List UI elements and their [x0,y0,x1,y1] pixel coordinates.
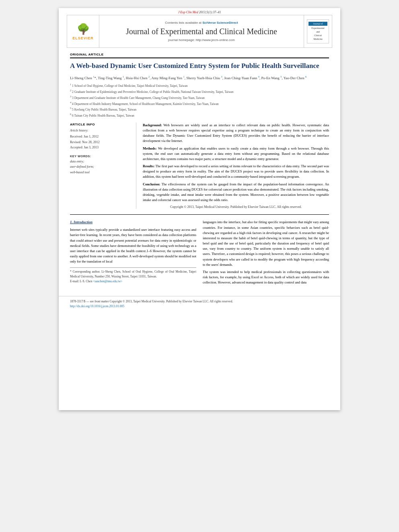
article-content: ORIGINAL ARTICLE A Web-based Dynamic Use… [59,48,340,292]
abstract-results: Results: The first part was developed to… [143,164,329,180]
article-history-label: Article history: [70,129,132,132]
background-text: Web browsers are widely used as an inter… [143,123,329,143]
page-footer: 1878-3317/$ — see front matter Copyright… [59,296,340,310]
keywords-list: data entry; user-defined form; web-based… [70,159,132,175]
journal-small-logo: Journal of ExperimentalandClinicalMedici… [307,19,329,43]
footer-doi[interactable]: http://dx.doi.org/10.1016/j.jecm.2013.01… [70,304,329,308]
tree-icon: 🌳 [77,23,90,35]
methods-text: We developed an application that enables… [143,146,329,161]
article-info-column: ARTICLE INFO Article history: Received: … [70,123,136,209]
accepted-date: Accepted: Jan 3, 2013 [70,145,132,150]
affiliation-6: 6 6 Tainan City Public Health Bureau, Ta… [70,112,329,118]
journal-title-banner: Journal of Experimental and Clinical Med… [126,26,277,37]
intro-heading: 1. Introduction [70,220,196,225]
small-logo-text: ExperimentalandClinicalMedicine [311,27,324,41]
footnote-area: * Corresponding author. Li-Sheng Chen, S… [70,267,196,284]
footer-issn: 1878-3317/$ — see front matter Copyright… [70,300,329,303]
body-col-right: languages into the interface, but also f… [203,220,329,287]
received-date: Received: Jun 1, 2012 [70,134,132,140]
authors-line: Li-Sheng Chen 1*, Ting-Ting Wang 1, Hsiu… [70,75,329,81]
keyword-2: user-defined form; [70,164,132,170]
abstract-conclusion: Conclusion: The effectiveness of the sys… [143,182,329,203]
affiliation-2: 2 2 Graduate Institute of Epidemiology a… [70,88,329,94]
article-title: A Web-based Dynamic User Customized Entr… [70,62,329,71]
intro-para-1: Internet web sites typically provide a s… [70,227,196,264]
affiliation-5: 5 5 Keelung City Public Health Bureau, T… [70,106,329,112]
body-two-col: 1. Introduction Internet web sites typic… [70,220,329,287]
section-divider [70,214,329,215]
background-label: Background: [143,123,162,127]
header-right: Journal of ExperimentalandClinicalMedici… [304,15,332,47]
conclusion-label: Conclusion: [143,182,160,186]
affiliation-1: 1 1 School of Oral Hygiene, College of O… [70,82,329,88]
conclusion-text: The effectiveness of the system can be g… [143,182,329,202]
journal-reference: J Exp Clin Med 2013;5(1):37–41 [59,8,340,15]
results-label: Results: [143,164,154,168]
page: J Exp Clin Med 2013;5(1):37–41 🌳 ELSEVIE… [59,8,340,410]
header-top: 🌳 ELSEVIER Contents lists available at S… [67,15,332,47]
affiliation-4: 4 4 Department of Health Industry Manage… [70,101,329,106]
article-info-title: ARTICLE INFO [70,123,132,126]
elsevier-label: ELSEVIER [72,36,94,40]
footnote-email-address[interactable]: <sanchen@tmu.edu.tw> [93,279,122,283]
elsevier-logo: 🌳 ELSEVIER [67,15,99,47]
affiliation-3: 3 3 Department and Graduate Institute of… [70,94,329,100]
keyword-3: web-based tool [70,170,132,175]
article-dates: Received: Jun 1, 2012 Revised: Nov 28, 2… [70,134,132,150]
article-info-abstract: ARTICLE INFO Article history: Received: … [70,123,329,209]
results-text: The first part was developed to record a… [143,164,329,179]
body-col-left: 1. Introduction Internet web sites typic… [70,220,196,287]
logo-top-bar: Journal of [309,22,327,26]
header-center: Contents lists available at SciVerse Sci… [99,15,304,47]
copyright-line: Copyright © 2013, Taipei Medical Univers… [143,205,329,209]
intro-col2-para1: languages into the interface, but also f… [203,220,329,267]
abstract-background: Background: Web browsers are widely used… [143,123,329,144]
journal-ref-text: J Exp Clin Med 2013;5(1):37–41 [178,10,221,14]
section-label: ORIGINAL ARTICLE [70,53,329,58]
keywords-title: KEY WORDS: [70,154,132,158]
affiliations: 1 1 School of Oral Hygiene, College of O… [70,82,329,118]
footnote-email: E-mail: L-S. Chen <sanchen@tmu.edu.tw> [70,279,196,284]
footnote-text: * Corresponding author. Li-Sheng Chen, S… [70,269,196,279]
abstract-column: Background: Web browsers are widely used… [143,123,329,209]
methods-label: Methods: [143,146,156,150]
homepage-line: journal homepage: http://www.jecm-online… [168,38,235,42]
intro-col2-para2: The system was intended to help medical … [203,269,329,286]
keyword-1: data entry; [70,159,132,164]
sciverse-line: Contents lists available at SciVerse Sci… [165,21,238,25]
sciverse-link[interactable]: SciVerse ScienceDirect [202,21,238,25]
abstract-methods: Methods: We developed an application tha… [143,146,329,162]
journal-header-banner: 🌳 ELSEVIER Contents lists available at S… [67,15,332,48]
authors-text: Li-Sheng Chen 1*, Ting-Ting Wang 1, Hsiu… [70,76,306,80]
revised-date: Revised: Nov 28, 2012 [70,140,132,145]
